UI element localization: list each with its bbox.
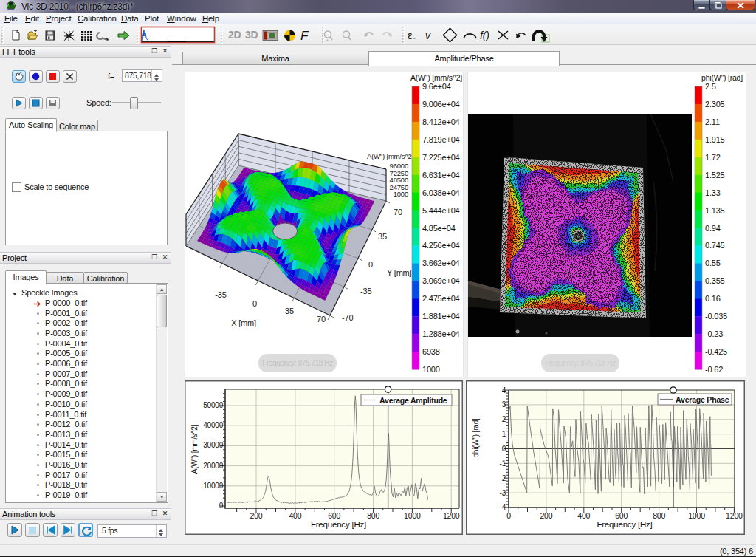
- svg-text:3.069e+04: 3.069e+04: [422, 276, 460, 285]
- svg-text:phi(W") [rad]: phi(W") [rad]: [472, 418, 480, 458]
- svg-text:50000: 50000: [203, 401, 223, 409]
- svg-text:3: 3: [502, 400, 506, 409]
- svg-text:4: 4: [502, 386, 506, 394]
- svg-text:2D: 2D: [228, 29, 241, 41]
- svg-text:phi(W") [rad]: phi(W") [rad]: [701, 73, 743, 82]
- svg-text:2: 2: [502, 415, 506, 423]
- svg-text:30000: 30000: [203, 441, 223, 449]
- svg-text:0.55: 0.55: [705, 259, 721, 267]
- svg-text:-70: -70: [342, 313, 353, 322]
- svg-text:-0.23: -0.23: [705, 329, 723, 338]
- svg-text:4.85e+04: 4.85e+04: [422, 224, 456, 233]
- svg-text:″: ″: [413, 37, 416, 42]
- svg-text:Frequency [Hz]: Frequency [Hz]: [311, 520, 366, 529]
- svg-text:ε: ε: [408, 29, 413, 41]
- svg-text:1000: 1000: [404, 511, 421, 520]
- svg-text:-0.62: -0.62: [705, 365, 723, 374]
- svg-text:600: 600: [328, 511, 340, 520]
- svg-text:Frequency [Hz]: Frequency [Hz]: [597, 520, 652, 529]
- svg-text:200: 200: [250, 511, 263, 520]
- svg-text:0: 0: [219, 502, 224, 510]
- svg-text:A(W") [mm/s^2: A(W") [mm/s^2: [367, 152, 412, 160]
- svg-text:10000: 10000: [203, 482, 223, 490]
- svg-text:1.915: 1.915: [705, 135, 725, 144]
- svg-text:0.355: 0.355: [705, 276, 725, 285]
- svg-text:400: 400: [289, 511, 301, 520]
- svg-text:6938: 6938: [422, 347, 440, 356]
- svg-text:6.631e+04: 6.631e+04: [422, 171, 460, 180]
- svg-text:1000: 1000: [688, 511, 705, 520]
- svg-text:-3: -3: [500, 489, 506, 497]
- svg-text:40000: 40000: [203, 421, 223, 429]
- svg-text:1200: 1200: [726, 511, 743, 520]
- svg-text:0: 0: [506, 511, 511, 520]
- svg-text:2.475e+04: 2.475e+04: [422, 294, 460, 303]
- svg-text:1000: 1000: [422, 365, 440, 374]
- svg-text:1200: 1200: [443, 511, 460, 520]
- svg-text:3D: 3D: [245, 29, 258, 41]
- svg-text:F: F: [300, 29, 309, 43]
- svg-text:400: 400: [577, 511, 590, 520]
- svg-text:20000: 20000: [203, 462, 223, 470]
- svg-text:1.525: 1.525: [705, 171, 725, 180]
- svg-text:2.305: 2.305: [705, 100, 725, 109]
- svg-text:0: 0: [368, 260, 373, 269]
- svg-text:1.72: 1.72: [705, 153, 721, 162]
- svg-text:800: 800: [653, 511, 665, 520]
- svg-text:+: +: [326, 37, 329, 44]
- svg-text:1.881e+04: 1.881e+04: [422, 312, 460, 321]
- svg-text:A(W") [mm/s^2]: A(W") [mm/s^2]: [190, 424, 199, 474]
- svg-text:70: 70: [317, 315, 326, 324]
- svg-text:-35: -35: [360, 287, 371, 295]
- svg-text:35: 35: [378, 232, 387, 241]
- svg-text:600: 600: [615, 511, 628, 520]
- svg-text:-2: -2: [500, 474, 506, 482]
- svg-text:70: 70: [394, 208, 402, 216]
- svg-text:5.444e+04: 5.444e+04: [422, 206, 460, 215]
- svg-text:7.225e+04: 7.225e+04: [422, 153, 460, 162]
- svg-text:200: 200: [540, 511, 552, 520]
- svg-text:8.412e+04: 8.412e+04: [422, 117, 460, 126]
- svg-text:800: 800: [367, 511, 379, 520]
- svg-text:-35: -35: [215, 290, 226, 299]
- svg-text:Average Phase: Average Phase: [676, 395, 729, 404]
- svg-text:0.94: 0.94: [705, 224, 721, 233]
- svg-text:-0.425: -0.425: [705, 347, 727, 356]
- svg-text:0: 0: [502, 445, 506, 453]
- svg-text:1000: 1000: [394, 190, 408, 198]
- svg-text:4.256e+04: 4.256e+04: [422, 241, 460, 250]
- svg-text:X [mm]: X [mm]: [231, 318, 256, 327]
- svg-text:-1: -1: [500, 459, 506, 468]
- svg-text:3.662e+04: 3.662e+04: [422, 259, 460, 267]
- svg-text:1.33: 1.33: [705, 188, 721, 197]
- svg-text:2.5: 2.5: [705, 82, 716, 91]
- svg-text:1: 1: [502, 430, 506, 438]
- svg-text:1.135: 1.135: [705, 206, 725, 215]
- svg-text:1.288e+04: 1.288e+04: [422, 329, 460, 338]
- svg-text:6.038e+04: 6.038e+04: [422, 188, 460, 197]
- svg-text:f(): f(): [480, 30, 489, 41]
- svg-text:0: 0: [252, 299, 257, 308]
- svg-text:v: v: [425, 30, 431, 41]
- svg-text:-0.035: -0.035: [705, 312, 727, 321]
- svg-text:0.745: 0.745: [705, 241, 725, 250]
- svg-text:A(W") [mm/s^2]: A(W") [mm/s^2]: [410, 73, 462, 82]
- svg-text:7.819e+04: 7.819e+04: [422, 135, 460, 144]
- svg-text:-4: -4: [500, 503, 506, 511]
- svg-text:Average Amplitude: Average Amplitude: [379, 396, 447, 405]
- svg-text:35: 35: [285, 307, 294, 315]
- svg-text:9.6e+04: 9.6e+04: [422, 82, 451, 91]
- svg-text:0.16: 0.16: [705, 294, 721, 303]
- svg-text:2.11: 2.11: [705, 117, 720, 126]
- svg-text:Y [mm]: Y [mm]: [387, 268, 412, 277]
- svg-text:9.006e+04: 9.006e+04: [422, 100, 460, 109]
